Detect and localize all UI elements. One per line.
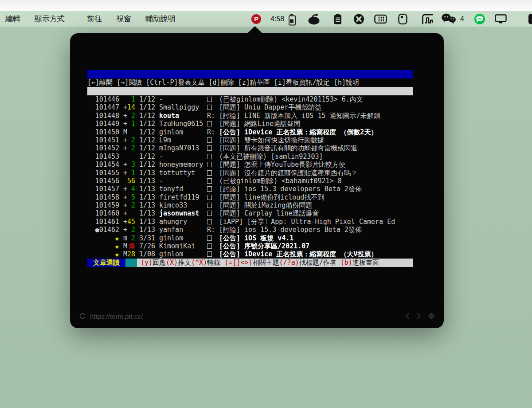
post-row[interactable]: 10144611/12-(已被ginlom刪除) <kevin4201153> … [87, 95, 413, 103]
post-author: - [159, 95, 207, 103]
post-author: Smallpiggy [159, 103, 207, 111]
menu-item-3[interactable]: 視窗 [116, 14, 131, 24]
post-id: 101449 [87, 120, 119, 128]
post-row[interactable]: 101457+41/13tonyfd[討論] ios 15.3 develope… [87, 185, 413, 193]
partial-app-icon[interactable] [528, 14, 532, 24]
post-date: 1/12 [139, 112, 155, 120]
cursor-dot-icon: ● [95, 226, 99, 234]
back-button[interactable] [405, 313, 410, 320]
grid-icon[interactable] [374, 14, 387, 24]
post-box-icon [207, 243, 212, 249]
post-row[interactable]: 101459+21/13kimco33[問題] 關於iMazing備份問題 [87, 201, 413, 209]
post-type [207, 242, 219, 250]
post-type [207, 153, 219, 161]
push-mark: + [123, 193, 127, 201]
menu-item-2[interactable]: 前往 [87, 14, 102, 24]
post-box-icon [207, 154, 212, 159]
post-date: 1/12 [139, 103, 155, 111]
post-date: 1/13 [139, 226, 155, 234]
push-count: 1 [127, 169, 135, 177]
post-author: kimco33 [159, 201, 207, 209]
post-row[interactable]: ★M爆7/26KimomiKai[公告] 序號分享區/2021.07 [87, 242, 413, 250]
push-mark: + [123, 161, 127, 169]
footer-hints: (y)回應(X)推文(^X)轉錄 (=[]<>)相關主題(/?a)找標題/作者 … [137, 259, 413, 267]
post-type [207, 234, 219, 242]
post-row[interactable]: 101449+11/12TzuHung0615[問題] 網路Line通話疑問 [87, 120, 413, 128]
key-help-line: [←]離開 [→]閱讀 [Ctrl-P]發表文章 [d]刪除 [z]精華區 [i… [87, 78, 413, 87]
battery-icon[interactable] [289, 14, 295, 24]
wechat-bubbles [442, 13, 458, 24]
post-row[interactable]: 101460+1/13jasonwnast[問題] Carplay line通話… [87, 209, 413, 217]
push-count [127, 128, 135, 136]
post-id: 101451 [87, 136, 119, 144]
menu-item-4[interactable]: 輔助說明 [145, 14, 176, 24]
post-row[interactable]: 101451+21/12L9m[問題] 雙卡如何快速切換行動數據 [87, 136, 413, 144]
push-count [127, 153, 135, 161]
post-row[interactable]: 101450M1/12ginlomR: [公告] iDevice 正名投票：縮寫… [87, 128, 413, 136]
menu-item-1[interactable]: 顯示方式 [35, 14, 65, 24]
line-icon[interactable]: LINE [474, 14, 485, 24]
push-mark: M [123, 242, 127, 250]
stats-icon[interactable] [422, 13, 434, 24]
footer-mode: 文章選讀 [87, 259, 125, 267]
push-mark: M [123, 250, 127, 258]
post-title: [iAPP] [分享〕App: Ultra-High Pixel Camera … [219, 218, 413, 226]
ptt-icon[interactable]: P [251, 14, 261, 24]
post-row[interactable]: 101454+31/12honeymemory[問題] 怎麼上傳YouTube長… [87, 161, 413, 169]
display-icon[interactable] [495, 14, 507, 24]
footer-hint: (/?a) [279, 259, 299, 267]
post-date: 1/12 [139, 161, 155, 169]
post-id: 101455 [87, 169, 119, 177]
peephole-icon[interactable] [398, 13, 407, 24]
footer-hint: (^X) [191, 259, 207, 267]
clock[interactable]: 4:58 [270, 15, 284, 23]
post-row[interactable]: 101456561/13-(已被ginlom刪除) <bahamut0921> … [87, 177, 413, 185]
post-type [207, 201, 219, 209]
post-box-icon [207, 137, 212, 143]
post-row[interactable]: 101448+21/12koutaR: [討論] LINE 新版本加入 iOS … [87, 112, 413, 120]
push-mark: + [123, 201, 127, 209]
post-row[interactable]: ★M281/08ginlom[公告] iDevice 正名投票：縮寫程度 （大V… [87, 250, 413, 258]
post-author: tottuttyt [159, 169, 207, 177]
post-date: 1/13 [139, 218, 155, 226]
post-row[interactable]: 101455+11/13tottuttyt[問題] 沒有鏡片的鏡頭保護貼這種東西… [87, 169, 413, 177]
post-box-icon [207, 186, 212, 192]
forward-button[interactable] [417, 313, 421, 320]
post-row[interactable]: 1014531/12-(本文已被刪除) [samlin92303] [87, 153, 413, 161]
post-author: - [159, 177, 207, 185]
push-mark: + [123, 144, 127, 152]
post-row[interactable]: ★m23/31ginlom[公告] iOS 板規 v4.1 [87, 234, 413, 242]
post-type [207, 136, 219, 144]
bomb-icon[interactable] [307, 13, 321, 25]
post-row[interactable]: 101458+51/13firetfd119[問題] line備份到icloud… [87, 193, 413, 201]
post-title: [討論] ios 15.3 developers Beta 2發佈 [219, 185, 413, 193]
post-author: ginlom [159, 250, 207, 258]
ptt-terminal: 【板主:KimomiKai/ginlom】 本看板進行投票中 看板《iOS》 [… [87, 70, 413, 267]
post-row[interactable]: 101461+451/13ahungry[iAPP] [分享〕App: Ultr… [87, 218, 413, 226]
post-row[interactable]: ●01462+21/13yanfanR: [討論] ios 15.3 devel… [87, 226, 413, 234]
post-title: [問題] Uniu Dapper手機殼請益 [219, 103, 413, 111]
post-id: 101457 [87, 185, 119, 193]
menu-item-0[interactable]: 編輯 [5, 14, 20, 24]
refresh-button[interactable] [79, 313, 86, 320]
post-date: 1/13 [139, 209, 155, 217]
post-author: KimomiKai [159, 242, 207, 250]
post-date: 1/12 [139, 95, 155, 103]
fan-icon[interactable] [353, 13, 364, 24]
settings-gear-icon[interactable]: ⚙ [428, 312, 435, 321]
post-title: [討論] LINE 新版本加入 iOS 15 通知圖示/未解鎖 [219, 112, 413, 120]
post-id: 101447 [87, 103, 119, 111]
post-author: L9m [159, 136, 207, 144]
clipboard-icon[interactable] [333, 13, 342, 24]
wechat-icon[interactable]: 4 [442, 13, 464, 24]
post-type [207, 193, 219, 201]
post-row[interactable]: 101447+141/12Smallpiggy[問題] Uniu Dapper手… [87, 103, 413, 111]
post-row[interactable]: 101452+21/12mIngaN7013[問題] 所有跟音訊有關的功能都會當… [87, 144, 413, 152]
post-id: 101453 [87, 153, 119, 161]
post-date: 1/12 [139, 153, 155, 161]
post-title: [問題] line備份到icloud找不到 [219, 193, 413, 201]
post-id: 101458 [87, 193, 119, 201]
post-date: 1/13 [139, 177, 155, 185]
push-count: 爆 [127, 242, 135, 250]
post-author: TzuHung0615 [159, 120, 207, 128]
